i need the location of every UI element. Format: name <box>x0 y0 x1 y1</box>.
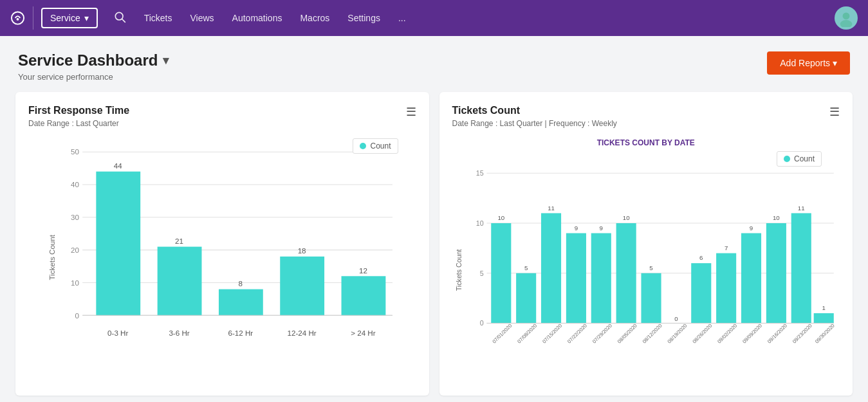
page-title: Service Dashboard ▾ <box>18 51 169 69</box>
service-label: Service <box>50 13 80 23</box>
search-button[interactable] <box>113 10 126 26</box>
svg-text:12: 12 <box>359 266 367 275</box>
svg-text:07/29/2020: 07/29/2020 <box>591 322 613 344</box>
nav-automations[interactable]: Automations <box>232 13 282 23</box>
svg-rect-45 <box>491 223 511 323</box>
svg-rect-29 <box>280 257 324 315</box>
svg-text:11: 11 <box>548 205 555 212</box>
svg-text:09/30/2020: 09/30/2020 <box>813 322 835 344</box>
logo-icon <box>10 10 25 26</box>
svg-text:21: 21 <box>175 237 183 245</box>
chevron-down-icon[interactable]: ▾ <box>163 53 169 68</box>
svg-text:0: 0 <box>75 311 79 320</box>
legend-label2: Count <box>794 154 815 163</box>
svg-text:07/08/2020: 07/08/2020 <box>516 322 538 344</box>
svg-rect-48 <box>516 273 536 324</box>
svg-text:3-6 Hr: 3-6 Hr <box>169 329 189 337</box>
svg-line-3 <box>122 19 125 23</box>
svg-rect-63 <box>641 273 661 324</box>
svg-text:10: 10 <box>476 219 483 227</box>
chart1-title: First Response Time <box>28 105 416 116</box>
svg-rect-57 <box>591 233 611 324</box>
svg-text:30: 30 <box>71 213 79 221</box>
svg-text:07/01/2020: 07/01/2020 <box>491 322 513 344</box>
svg-text:44: 44 <box>114 161 122 170</box>
svg-text:08/26/2020: 08/26/2020 <box>691 322 713 344</box>
svg-rect-78 <box>766 223 786 323</box>
page-header: Service Dashboard ▾ Your service perform… <box>0 36 868 92</box>
chart2-legend: Count <box>777 151 822 167</box>
svg-text:10: 10 <box>71 279 79 287</box>
svg-rect-54 <box>566 233 586 324</box>
svg-rect-75 <box>741 233 761 324</box>
svg-text:5: 5 <box>479 270 483 277</box>
svg-text:07/22/2020: 07/22/2020 <box>566 322 588 344</box>
svg-text:0: 0 <box>674 315 678 322</box>
legend-dot <box>360 143 366 149</box>
svg-text:9: 9 <box>599 224 602 232</box>
logo <box>10 6 33 30</box>
svg-text:8: 8 <box>239 279 243 288</box>
first-response-time-card: First Response Time Date Range : Last Qu… <box>15 92 429 396</box>
svg-text:50: 50 <box>71 147 79 156</box>
nav-views[interactable]: Views <box>190 13 214 23</box>
svg-text:08/05/2020: 08/05/2020 <box>616 322 638 344</box>
svg-text:07/15/2020: 07/15/2020 <box>541 322 563 344</box>
chart2-title: Tickets Count <box>452 105 840 116</box>
svg-text:09/09/2020: 09/09/2020 <box>741 322 763 344</box>
nav-more[interactable]: ... <box>398 13 406 23</box>
svg-text:1: 1 <box>822 304 825 311</box>
avatar-image <box>837 9 855 27</box>
svg-rect-20 <box>96 172 140 316</box>
legend-label: Count <box>370 142 391 151</box>
page-subtitle: Your service performance <box>18 72 169 82</box>
service-dropdown[interactable]: Service ▾ <box>41 8 98 28</box>
svg-text:10: 10 <box>772 214 779 221</box>
header: Service ▾ Tickets Views Automations Macr… <box>0 0 868 36</box>
legend-dot2 <box>784 156 790 162</box>
svg-text:12-24 Hr: 12-24 Hr <box>288 329 317 337</box>
svg-text:40: 40 <box>71 180 79 188</box>
svg-text:0: 0 <box>479 319 483 327</box>
svg-rect-51 <box>540 213 560 323</box>
avatar[interactable] <box>835 6 858 30</box>
chart2-container: Count Tickets Count 15 10 5 0 10 <box>452 151 840 383</box>
chart1-menu[interactable]: ☰ <box>406 105 416 119</box>
svg-point-5 <box>843 12 850 19</box>
nav-macros[interactable]: Macros <box>300 13 329 23</box>
svg-text:6: 6 <box>699 254 703 261</box>
svg-text:15: 15 <box>476 169 483 177</box>
svg-rect-23 <box>158 247 202 316</box>
svg-text:9: 9 <box>749 224 752 232</box>
page-title-text: Service Dashboard <box>18 51 158 69</box>
svg-rect-72 <box>716 253 736 324</box>
page-title-group: Service Dashboard ▾ Your service perform… <box>18 51 169 82</box>
svg-text:08/19/2020: 08/19/2020 <box>666 322 688 344</box>
svg-text:18: 18 <box>298 246 306 255</box>
chevron-down-icon: ▾ <box>84 13 89 23</box>
add-reports-button[interactable]: Add Reports ▾ <box>767 51 850 75</box>
svg-text:7: 7 <box>724 244 727 251</box>
tickets-count-card: Tickets Count Date Range : Last Quarter … <box>439 92 853 396</box>
nav-tickets[interactable]: Tickets <box>144 13 172 23</box>
nav-settings[interactable]: Settings <box>347 13 380 23</box>
chart2-menu[interactable]: ☰ <box>829 105 840 119</box>
svg-rect-32 <box>342 276 386 315</box>
chart2-svg: Tickets Count 15 10 5 0 10 07/01/2020 <box>452 151 840 383</box>
svg-text:Tickets Count: Tickets Count <box>454 249 462 291</box>
svg-text:09/23/2020: 09/23/2020 <box>791 322 813 344</box>
svg-text:10: 10 <box>622 214 629 221</box>
svg-text:6-12 Hr: 6-12 Hr <box>228 329 253 337</box>
svg-point-1 <box>17 18 19 21</box>
svg-text:11: 11 <box>797 205 804 212</box>
svg-text:0-3 Hr: 0-3 Hr <box>107 329 128 337</box>
chart2-subtitle: Date Range : Last Quarter | Frequency : … <box>452 119 840 128</box>
svg-rect-69 <box>691 263 711 323</box>
svg-rect-26 <box>219 289 263 316</box>
svg-rect-84 <box>813 313 833 324</box>
svg-text:5: 5 <box>524 264 527 271</box>
svg-text:08/12/2020: 08/12/2020 <box>641 322 663 344</box>
main-nav: Tickets Views Automations Macros Setting… <box>144 13 406 23</box>
svg-rect-81 <box>791 213 811 323</box>
charts-area: First Response Time Date Range : Last Qu… <box>0 92 868 402</box>
